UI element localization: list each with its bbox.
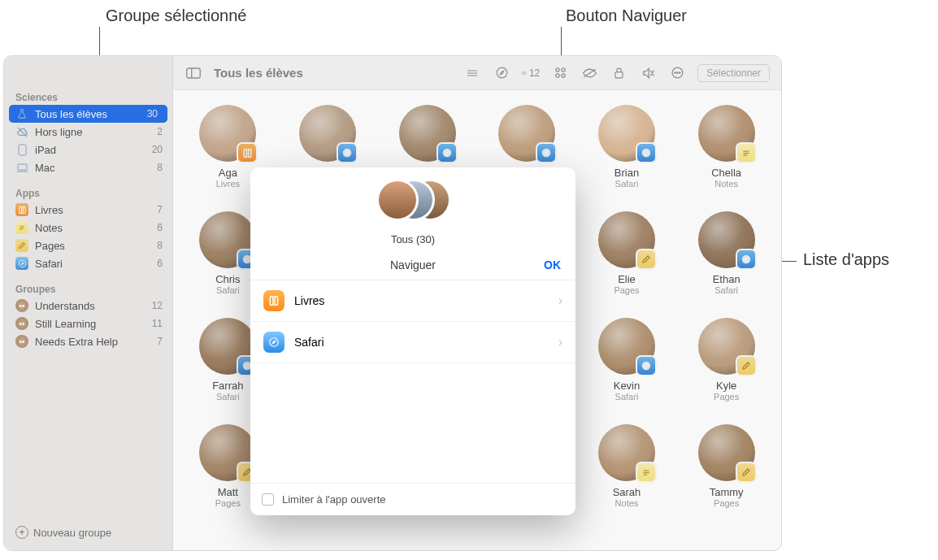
student-avatar xyxy=(498,105,555,162)
liv-badge-icon xyxy=(237,142,258,163)
sheet-app-row-safari[interactable]: Safari › xyxy=(250,322,575,363)
student-tile[interactable]: SarahNotes xyxy=(582,424,672,508)
saf-badge-icon xyxy=(536,142,557,163)
sidebar-item-count: 2 xyxy=(157,126,163,137)
student-app-label: Notes xyxy=(615,498,639,508)
svg-rect-9 xyxy=(615,72,623,77)
student-tile[interactable]: EthanSafari xyxy=(681,211,771,295)
student-name: Elie xyxy=(618,273,636,285)
sidebar-item-offline[interactable]: Hors ligne 2 xyxy=(4,123,172,141)
sidebar-item-count: 6 xyxy=(157,258,163,269)
svg-point-27 xyxy=(642,362,651,371)
student-app-label: Notes xyxy=(714,179,738,189)
student-tile[interactable]: ChellaNotes xyxy=(681,105,771,189)
svg-point-16 xyxy=(542,149,551,158)
pag-badge-icon xyxy=(736,355,757,376)
student-name: Matt xyxy=(218,486,238,498)
sidebar-item-app-pages[interactable]: Pages 8 xyxy=(4,237,172,254)
student-app-label: Pages xyxy=(215,498,241,508)
sheet-limit-row[interactable]: Limiter à l'app ouverte xyxy=(250,483,575,515)
sidebar-item-all-students[interactable]: Tous les élèves 30 xyxy=(9,105,167,123)
student-name: Aga xyxy=(219,167,237,179)
sidebar-item-label: iPad xyxy=(35,144,56,156)
student-name: Kyle xyxy=(716,380,736,392)
select-button[interactable]: Sélectionner xyxy=(697,64,770,82)
inbox-icon[interactable]: 12 xyxy=(522,64,540,82)
sheet-app-label: Safari xyxy=(294,336,324,349)
compass-icon[interactable] xyxy=(493,64,510,82)
student-tile[interactable]: KevinSafari xyxy=(582,318,672,402)
sidebar-item-app-livres[interactable]: Livres 7 xyxy=(4,201,172,219)
svg-point-14 xyxy=(343,149,352,158)
svg-point-22 xyxy=(741,255,750,264)
sidebar-item-label: Livres xyxy=(35,204,63,216)
sidebar-item-count: 30 xyxy=(147,108,158,119)
student-app-label: Pages xyxy=(714,392,739,402)
mac-icon xyxy=(15,161,28,174)
student-avatar xyxy=(698,318,755,375)
sidebar-item-group-still-learning[interactable]: •• Still Learning 11 xyxy=(4,315,172,332)
sidebar-item-label: Pages xyxy=(35,240,65,252)
student-app-label: Safari xyxy=(714,285,738,295)
student-avatar xyxy=(698,211,755,268)
sidebar-item-count: 7 xyxy=(157,336,163,347)
lock-icon[interactable] xyxy=(610,64,628,82)
sheet-ok-button[interactable]: OK xyxy=(544,258,561,271)
student-app-label: Pages xyxy=(614,285,639,295)
flask-icon xyxy=(15,107,28,120)
sidebar-item-count: 8 xyxy=(157,240,163,251)
screens-icon[interactable] xyxy=(463,64,481,82)
pages-app-icon xyxy=(15,239,28,252)
sidebar-item-label: Hors ligne xyxy=(35,126,83,138)
svg-point-15 xyxy=(442,149,451,158)
sidebar-item-label: Notes xyxy=(35,222,63,234)
pag-badge-icon xyxy=(636,249,657,270)
safari-app-icon xyxy=(15,257,28,270)
student-name: Brian xyxy=(614,167,639,179)
student-tile[interactable]: TammyPages xyxy=(681,424,771,508)
sidebar-item-app-notes[interactable]: Notes 6 xyxy=(4,219,172,237)
sidebar-item-app-safari[interactable]: Safari 6 xyxy=(4,254,172,272)
hide-icon[interactable] xyxy=(580,64,598,82)
svg-point-11 xyxy=(675,72,675,73)
student-tile[interactable]: BrianSafari xyxy=(582,105,672,189)
student-name: Chris xyxy=(215,273,240,285)
sidebar-toggle-icon[interactable] xyxy=(185,64,202,82)
student-app-label: Livres xyxy=(216,179,240,189)
sheet-title: Naviguer xyxy=(390,258,436,271)
student-app-label: Safari xyxy=(216,392,240,402)
new-group-button[interactable]: + Nouveau groupe xyxy=(4,521,172,544)
sidebar-apps-header: Apps xyxy=(4,183,172,201)
student-tile[interactable]: KylePages xyxy=(681,318,771,402)
sidebar-item-mac[interactable]: Mac 8 xyxy=(4,158,172,176)
student-avatar xyxy=(399,105,456,162)
student-tile[interactable]: EliePages xyxy=(582,211,672,295)
sidebar-item-group-understands[interactable]: •• Understands 12 xyxy=(4,297,172,315)
sheet-app-row-livres[interactable]: Livres › xyxy=(250,280,575,322)
svg-point-4 xyxy=(497,67,507,78)
sidebar-item-label: Understands xyxy=(35,300,95,312)
group-avatar-icon: •• xyxy=(15,299,28,312)
ipad-icon xyxy=(15,143,28,156)
callout-app-list: Liste d'apps xyxy=(803,250,889,269)
group-avatar-icon: •• xyxy=(15,335,28,348)
navigate-button[interactable] xyxy=(551,64,569,82)
more-icon[interactable] xyxy=(668,64,686,82)
mute-icon[interactable] xyxy=(639,64,657,82)
student-avatar xyxy=(299,105,356,162)
student-avatar xyxy=(598,424,655,481)
sheet-limit-label: Limiter à l'app ouverte xyxy=(282,493,386,506)
svg-point-5 xyxy=(556,68,559,72)
svg-point-12 xyxy=(677,72,678,73)
plus-circle-icon: + xyxy=(15,526,28,539)
not-badge-icon xyxy=(636,462,657,483)
saf-badge-icon xyxy=(736,249,757,270)
app-window: Sciences Tous les élèves 30 Hors ligne 2… xyxy=(3,55,782,551)
navigate-sheet: Tous (30) Naviguer OK Livres › Safari › … xyxy=(250,167,575,515)
sidebar-item-ipad[interactable]: iPad 20 xyxy=(4,141,172,158)
sheet-count-label: Tous (30) xyxy=(250,233,575,245)
saf-badge-icon xyxy=(636,355,657,376)
checkbox-icon[interactable] xyxy=(262,493,274,506)
student-avatar xyxy=(598,105,655,162)
sidebar-item-group-needs-extra-help[interactable]: •• Needs Extra Help 7 xyxy=(4,332,172,350)
